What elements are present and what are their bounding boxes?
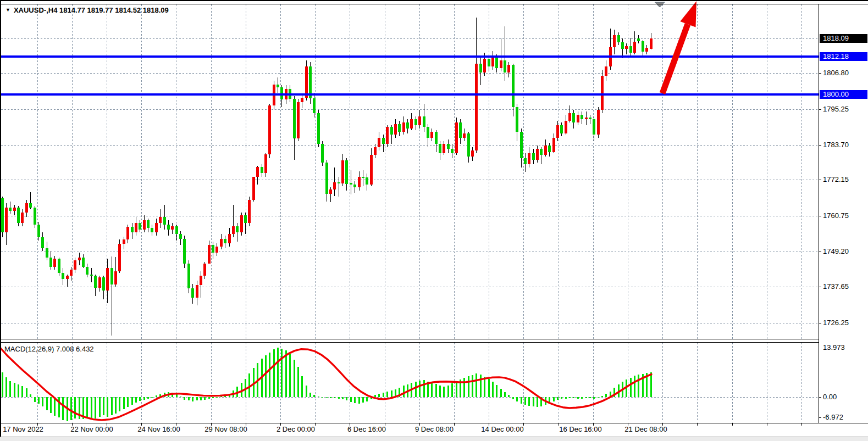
- candlestick-layer: [1, 18, 653, 336]
- time-axis-label: 2 Dec 00:00: [277, 425, 315, 434]
- panel-splitter-top[interactable]: [0, 339, 819, 339]
- trend-arrow[interactable]: [662, 1, 696, 93]
- chart-window: ▼XAUUSD-,H4 1814.77 1819.77 1814.52 1818…: [0, 0, 868, 441]
- macd-indicator-label: MACD(12,26,9) 7.008 6.432: [4, 345, 94, 353]
- macd-layer: [0, 348, 652, 421]
- symbol-ohlc-text: XAUUSD-,H4 1814.77 1819.77 1814.52 1818.…: [14, 6, 169, 14]
- chart-shift-marker-icon[interactable]: [655, 2, 665, 7]
- symbol-info[interactable]: ▼XAUUSD-,H4 1814.77 1819.77 1814.52 1818…: [5, 6, 169, 14]
- price-axis-label: 1760.75: [823, 211, 849, 220]
- price-axis-label: 1749.20: [823, 247, 849, 256]
- chart-canvas[interactable]: [0, 0, 868, 441]
- collapse-ohlc-icon[interactable]: ▼: [5, 7, 10, 13]
- time-axis-label: 9 Dec 08:00: [415, 425, 454, 434]
- macd-axis-min: -6.972: [823, 413, 843, 422]
- time-axis-label: 17 Nov 2022: [3, 425, 43, 434]
- time-axis-label: 29 Nov 08:00: [204, 425, 247, 434]
- time-axis-line: [0, 423, 868, 423]
- grid-layer: [1, 4, 819, 422]
- hline-price-badge: 1800.00: [820, 90, 867, 99]
- price-axis-line: [819, 4, 819, 423]
- price-axis-label: 1783.70: [823, 141, 849, 149]
- window-left-border: [0, 0, 1, 437]
- macd-axis-zero: 0.00: [823, 393, 837, 401]
- time-axis-label: 6 Dec 16:00: [347, 425, 386, 434]
- macd-axis-max: 13.973: [823, 343, 845, 352]
- current-price-badge: 1818.09: [820, 34, 867, 43]
- window-top-border: [0, 0, 868, 1]
- panel-splitter-bottom[interactable]: [0, 342, 819, 343]
- macd-signal-line: [0, 348, 651, 420]
- status-strip: [0, 437, 868, 441]
- time-axis-label: 16 Dec 16:00: [559, 425, 601, 434]
- price-axis-label: 1737.65: [823, 282, 849, 291]
- time-axis-label: 14 Dec 00:00: [481, 425, 523, 434]
- axis-ticks: [37, 73, 821, 426]
- price-axis-label: 1795.25: [823, 105, 849, 114]
- time-axis-label: 22 Nov 00:00: [70, 425, 113, 434]
- time-axis-label: 21 Dec 08:00: [624, 425, 667, 434]
- time-axis-label: 24 Nov 16:00: [137, 425, 180, 434]
- price-axis-label: 1806.80: [823, 69, 849, 77]
- price-axis-label: 1726.25: [823, 319, 849, 327]
- chart-top-border: [0, 4, 868, 4]
- price-axis-label: 1772.15: [823, 175, 849, 184]
- hline-price-badge: 1812.18: [820, 52, 867, 61]
